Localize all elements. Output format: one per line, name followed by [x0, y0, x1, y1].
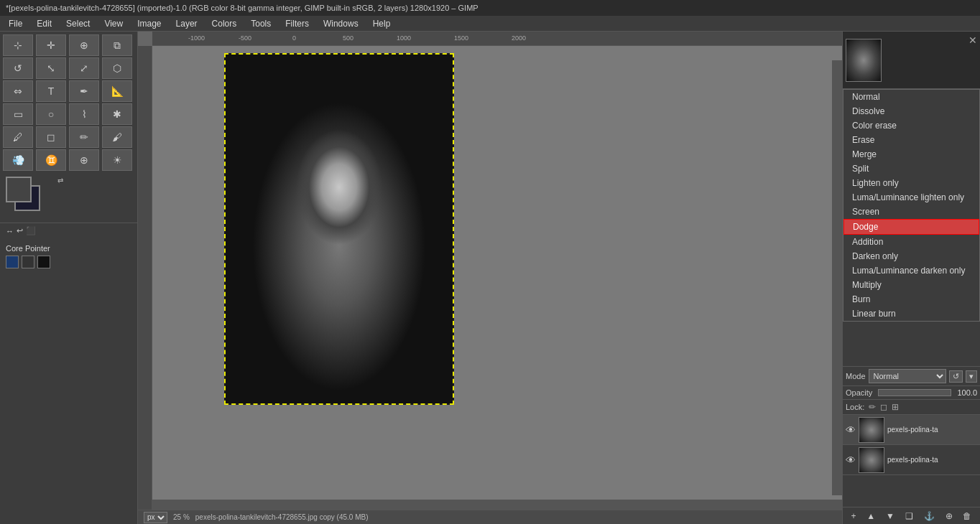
blend-mode-normal[interactable]: Normal: [843, 90, 979, 104]
blend-mode-burn[interactable]: Burn: [843, 292, 979, 307]
ruler-tick-500: 500: [343, 34, 353, 42]
tool-scale[interactable]: ⤡: [36, 57, 66, 79]
blend-mode-dropdown[interactable]: Normal Dissolve Color erase Erase Merge …: [843, 89, 980, 322]
tool-measure[interactable]: 📐: [102, 80, 132, 102]
tool-zoom[interactable]: ⊕: [69, 34, 99, 56]
more-mode-button[interactable]: ▾: [966, 370, 977, 383]
new-layer-button[interactable]: +: [851, 511, 856, 521]
blend-mode-luma-lighten[interactable]: Luma/Luminance lighten only: [843, 190, 979, 205]
blend-mode-multiply[interactable]: Multiply: [843, 278, 979, 292]
blend-mode-dissolve[interactable]: Dissolve: [843, 104, 979, 118]
lower-layer-button[interactable]: ▼: [886, 511, 895, 521]
blend-mode-split[interactable]: Split: [843, 162, 979, 176]
blend-mode-darken-only[interactable]: Darken only: [843, 249, 979, 263]
delete-layer-button[interactable]: 🗑: [963, 511, 971, 521]
tool-dodge-burn[interactable]: ☀: [102, 149, 132, 171]
raise-layer-button[interactable]: ▲: [866, 511, 875, 521]
redo-icon[interactable]: ⬛: [26, 226, 36, 235]
layer-visibility-button-1[interactable]: 👁: [846, 454, 856, 466]
thumbnail-image: [846, 39, 881, 81]
zoom-level: 25 %: [173, 513, 190, 521]
unit-select[interactable]: px: [144, 512, 167, 523]
pointer-color-g: [6, 256, 19, 268]
swap-colors-icon[interactable]: ⇄: [57, 177, 63, 184]
tool-paths[interactable]: 🖊: [3, 126, 33, 148]
blend-mode-luma-darken[interactable]: Luma/Luminance darken only: [843, 263, 979, 278]
ruler-tick-1500: 1500: [454, 34, 468, 42]
menu-edit[interactable]: Edit: [34, 17, 55, 30]
bottom-bar: px 25 % pexels-polina-tankilevitch-47286…: [138, 510, 842, 524]
tool-heal[interactable]: ⊕: [69, 149, 99, 171]
menu-filters[interactable]: Filters: [282, 17, 312, 30]
vertical-scrollbar[interactable]: [832, 60, 842, 495]
menu-file[interactable]: File: [6, 17, 25, 30]
tool-pointer[interactable]: ⊹: [3, 34, 33, 56]
close-preview-button[interactable]: ✕: [969, 34, 977, 46]
opacity-row: Opacity 100.0: [843, 386, 980, 400]
menu-help[interactable]: Help: [370, 17, 394, 30]
canvas-area[interactable]: -1000 -500 0 500 1000 1500 2000 px 25 % …: [138, 32, 842, 524]
blend-mode-lighten-only[interactable]: Lighten only: [843, 176, 979, 190]
layer-visibility-button-0[interactable]: 👁: [846, 424, 856, 436]
tool-shear[interactable]: ⤢: [69, 57, 99, 79]
canvas-image: [224, 53, 454, 405]
mode-select[interactable]: Normal: [869, 369, 946, 383]
blend-mode-dodge[interactable]: Dodge: [843, 219, 979, 235]
color-swatches: ⇄: [6, 177, 63, 220]
tool-perspective[interactable]: ⬡: [102, 57, 132, 79]
ruler-tick-neg500: -500: [239, 34, 251, 42]
tool-free-select[interactable]: ⌇: [69, 103, 99, 125]
tool-fuzzy-select[interactable]: ✱: [102, 103, 132, 125]
menu-colors[interactable]: Colors: [209, 17, 240, 30]
layer-row-0[interactable]: 👁 pexels-polina-ta: [843, 415, 980, 445]
menu-layer[interactable]: Layer: [173, 17, 200, 30]
canvas-inner[interactable]: [152, 46, 842, 510]
layer-name-1: pexels-polina-ta: [887, 456, 938, 464]
blend-mode-merge[interactable]: Merge: [843, 147, 979, 162]
tool-move[interactable]: ✛: [36, 34, 66, 56]
menu-select[interactable]: Select: [63, 17, 93, 30]
image-content: [226, 55, 453, 403]
duplicate-layer-button[interactable]: ❑: [905, 511, 913, 521]
anchor-layer-button[interactable]: ⚓: [924, 511, 935, 521]
tool-clone[interactable]: ♊: [36, 149, 66, 171]
pointer-section: Core Pointer: [0, 241, 137, 271]
blend-mode-screen[interactable]: Screen: [843, 205, 979, 219]
foreground-color-swatch[interactable]: [6, 177, 32, 202]
tool-airbrush[interactable]: 💨: [3, 149, 33, 171]
tool-pencil[interactable]: ✏: [69, 126, 99, 148]
menu-bar: File Edit Select View Image Layer Colors…: [0, 16, 980, 32]
device-icon: ↔: [6, 227, 14, 235]
merge-down-button[interactable]: ⊕: [946, 511, 953, 521]
layer-thumb-image-0: [859, 418, 884, 442]
ruler-tick-1000: 1000: [397, 34, 411, 42]
menu-view[interactable]: View: [101, 17, 126, 30]
blend-mode-addition[interactable]: Addition: [843, 235, 979, 249]
tool-crop[interactable]: ⧉: [102, 34, 132, 56]
blend-mode-erase[interactable]: Erase: [843, 133, 979, 147]
lock-pixels-button[interactable]: ✏: [869, 402, 876, 412]
tool-rotate[interactable]: ↺: [3, 57, 33, 79]
ruler-tick-2000: 2000: [512, 34, 526, 42]
opacity-slider[interactable]: [878, 389, 951, 396]
menu-tools[interactable]: Tools: [248, 17, 274, 30]
lock-alpha-button[interactable]: ◻: [880, 402, 887, 412]
tool-rect-select[interactable]: ▭: [3, 103, 33, 125]
device-section: ↔ ↩ ⬛: [0, 223, 137, 241]
horizontal-scrollbar[interactable]: [152, 500, 842, 510]
menu-image[interactable]: Image: [134, 17, 164, 30]
tool-colorpicker[interactable]: ✒: [69, 80, 99, 102]
right-panel: ✕ Normal Dissolve Color erase Erase Merg…: [842, 32, 980, 524]
undo-icon[interactable]: ↩: [17, 226, 23, 235]
tool-text[interactable]: T: [36, 80, 66, 102]
tool-brush[interactable]: 🖌: [102, 126, 132, 148]
tool-ellipse-select[interactable]: ○: [36, 103, 66, 125]
tool-flip[interactable]: ⇔: [3, 80, 33, 102]
menu-windows[interactable]: Windows: [320, 17, 361, 30]
blend-mode-linear-burn[interactable]: Linear burn: [843, 307, 979, 321]
reset-mode-button[interactable]: ↺: [949, 370, 963, 383]
lock-position-button[interactable]: ⊞: [892, 402, 899, 412]
blend-mode-color-erase[interactable]: Color erase: [843, 118, 979, 133]
tool-eraser[interactable]: ◻: [36, 126, 66, 148]
layer-row-1[interactable]: 👁 pexels-polina-ta: [843, 445, 980, 475]
